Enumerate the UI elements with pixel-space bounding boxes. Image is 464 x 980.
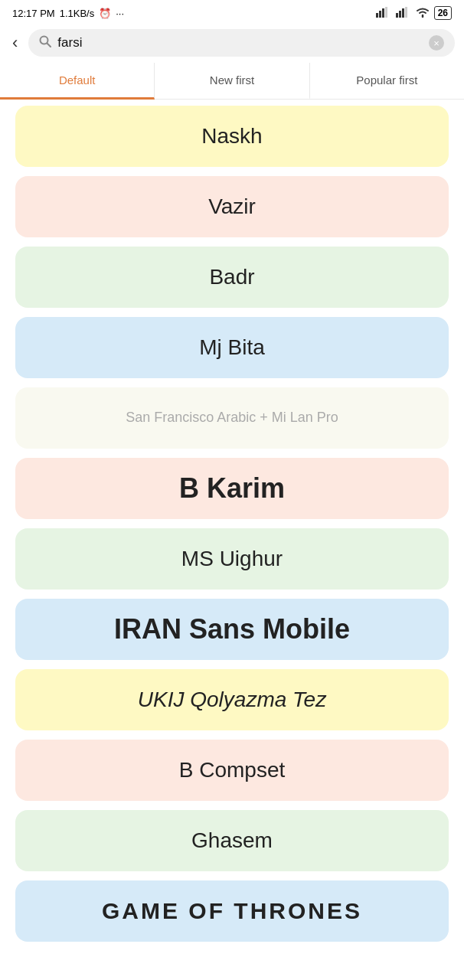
status-left: 12:17 PM 1.1KB/s ⏰ ··· [12, 8, 124, 19]
font-label-mjbita: Mj Bita [199, 335, 265, 360]
font-item-got[interactable]: GAME OF THRONES [15, 880, 449, 942]
svg-rect-0 [376, 13, 378, 18]
font-item-bkarim[interactable]: B Karim [15, 458, 449, 519]
font-item-vazir[interactable]: Vazir [15, 176, 449, 237]
battery-label: 26 [434, 6, 452, 20]
wifi-icon [416, 7, 430, 20]
font-label-ukij: UKIJ Qolyazma Tez [138, 688, 326, 712]
svg-line-9 [47, 44, 51, 47]
svg-rect-2 [382, 8, 384, 18]
search-input[interactable] [57, 35, 423, 51]
svg-rect-6 [402, 8, 404, 18]
font-list: Naskh Vazir Badr Mj Bita San Francisco A… [0, 100, 464, 942]
font-item-ukij[interactable]: UKIJ Qolyazma Tez [15, 669, 449, 730]
search-box: × [28, 29, 455, 57]
svg-rect-5 [399, 11, 401, 18]
font-label-ghasem: Ghasem [191, 828, 273, 853]
font-item-mjbita[interactable]: Mj Bita [15, 317, 449, 378]
filter-tabs: Default New first Popular first [0, 63, 464, 100]
search-row: ‹ × [0, 23, 464, 63]
time-label: 12:17 PM [12, 8, 55, 19]
font-label-bcompset: B Compset [179, 758, 286, 782]
back-button[interactable]: ‹ [9, 30, 21, 56]
font-label-sanfrancisco: San Francisco Arabic + Mi Lan Pro [126, 410, 338, 426]
svg-rect-4 [396, 13, 398, 18]
font-item-ghasem[interactable]: Ghasem [15, 810, 449, 871]
signal-icon-2 [396, 7, 411, 20]
status-bar: 12:17 PM 1.1KB/s ⏰ ··· [0, 0, 464, 23]
font-item-msuighur[interactable]: MS Uighur [15, 528, 449, 590]
svg-rect-3 [385, 7, 387, 18]
font-item-iransans[interactable]: IRAN Sans Mobile [15, 599, 449, 660]
font-item-badr[interactable]: Badr [15, 247, 449, 308]
font-label-naskh: Naskh [201, 124, 262, 149]
font-item-naskh[interactable]: Naskh [15, 106, 449, 167]
search-icon [39, 35, 51, 51]
tab-new-first[interactable]: New first [155, 63, 309, 100]
font-label-msuighur: MS Uighur [181, 547, 283, 571]
font-label-vazir: Vazir [208, 194, 256, 219]
more-icon: ··· [116, 8, 124, 19]
network-speed: 1.1KB/s [60, 8, 95, 19]
tab-popular-first[interactable]: Popular first [310, 63, 464, 100]
tab-default[interactable]: Default [0, 63, 155, 100]
alarm-icon: ⏰ [99, 8, 111, 19]
font-item-sanfrancisco[interactable]: San Francisco Arabic + Mi Lan Pro [15, 387, 449, 449]
font-label-badr: Badr [209, 265, 254, 289]
svg-rect-7 [405, 7, 407, 18]
status-right: 26 [376, 6, 452, 20]
signal-icon [376, 7, 391, 20]
font-label-bkarim: B Karim [179, 472, 285, 505]
font-label-iransans: IRAN Sans Mobile [114, 613, 350, 645]
font-label-got: GAME OF THRONES [102, 898, 362, 924]
clear-button[interactable]: × [429, 35, 444, 51]
font-item-bcompset[interactable]: B Compset [15, 740, 449, 801]
svg-rect-1 [379, 11, 381, 18]
